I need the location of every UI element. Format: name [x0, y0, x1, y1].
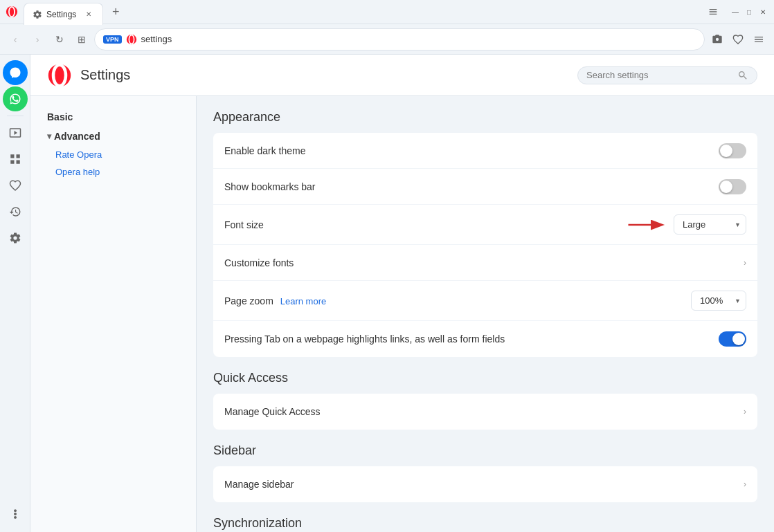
back-button[interactable]: ‹	[6, 30, 25, 49]
font-size-row: Font size Small	[213, 205, 757, 245]
whatsapp-icon[interactable]	[3, 86, 28, 111]
tab-label: Settings	[46, 10, 76, 19]
customize-fonts-chevron: ›	[744, 258, 746, 268]
navbar-right	[708, 30, 768, 49]
manage-sidebar-chevron: ›	[744, 479, 746, 489]
settings-page-title: Settings	[80, 67, 569, 83]
main-menu-button[interactable]	[749, 30, 768, 49]
manage-quick-access-row[interactable]: Manage Quick Access ›	[213, 394, 757, 430]
page-zoom-dropdown-wrapper: 75% 80% 90% 100% 110% 125% 150%	[691, 291, 746, 311]
heart-icon[interactable]	[3, 173, 28, 198]
address-text: settings	[141, 34, 696, 44]
page-zoom-select[interactable]: 75% 80% 90% 100% 110% 125% 150%	[691, 291, 746, 311]
settings-main-content: Appearance Enable dark theme Show bookma…	[197, 96, 774, 532]
dark-theme-row: Enable dark theme	[213, 133, 757, 169]
settings-body: Basic ▾ Advanced Rate Opera Opera help A…	[30, 96, 774, 532]
news-icon[interactable]	[3, 120, 28, 145]
maximize-button[interactable]: □	[744, 6, 755, 17]
manage-quick-access-chevron: ›	[744, 407, 746, 416]
opera-logo-titlebar	[6, 6, 18, 18]
settings-tab[interactable]: Settings ✕	[24, 3, 103, 25]
bookmarks-bar-toggle[interactable]	[719, 179, 746, 194]
bookmarks-bar-row: Show bookmarks bar	[213, 169, 757, 205]
sidebar-advanced[interactable]: ▾ Advanced	[42, 127, 185, 146]
font-size-dropdown-wrapper: Small Medium Large Very Large	[674, 214, 746, 235]
grid-icon[interactable]	[3, 147, 28, 172]
forward-button[interactable]: ›	[28, 30, 47, 49]
font-size-select[interactable]: Small Medium Large Very Large	[674, 214, 746, 235]
tab-close-btn[interactable]: ✕	[83, 9, 94, 20]
search-icon	[737, 70, 748, 81]
favorites-button[interactable]	[728, 30, 748, 49]
navbar: ‹ › ↻ ⊞ VPN settings	[0, 24, 774, 55]
settings-icon[interactable]	[3, 226, 28, 250]
main-layout: ••• Settings Basic ▾ Advanced	[0, 55, 774, 532]
search-input[interactable]	[586, 70, 732, 80]
manage-quick-access-label: Manage Quick Access	[224, 406, 744, 417]
tab-gear-icon	[33, 10, 42, 19]
messenger-icon[interactable]	[3, 60, 28, 85]
manage-sidebar-label: Manage sidebar	[224, 479, 744, 490]
sidebar-basic[interactable]: Basic	[42, 107, 185, 127]
svg-point-4	[48, 64, 71, 86]
quick-access-title: Quick Access	[213, 371, 757, 385]
refresh-button[interactable]: ↻	[50, 30, 69, 49]
dark-theme-label: Enable dark theme	[224, 145, 719, 156]
sidebar-section-card: Manage sidebar ›	[213, 466, 757, 502]
menu-icon-titlebar	[708, 6, 719, 17]
appearance-title: Appearance	[213, 110, 757, 125]
settings-header: Settings	[30, 55, 774, 96]
minimize-button[interactable]: —	[730, 6, 741, 17]
page-zoom-label: Page zoom Learn more	[224, 295, 691, 306]
history-icon[interactable]	[3, 199, 28, 224]
opera-logo	[47, 63, 72, 88]
more-icon[interactable]: •••	[3, 502, 28, 526]
synchronization-title: Synchronization	[213, 516, 757, 531]
view-tabs-button[interactable]: ⊞	[72, 30, 91, 49]
address-bar[interactable]: VPN settings	[94, 28, 705, 51]
search-bar[interactable]	[577, 66, 757, 84]
window-controls: — □ ✕	[708, 6, 768, 17]
quick-access-card: Manage Quick Access ›	[213, 394, 757, 430]
sidebar-opera-help[interactable]: Opera help	[42, 163, 185, 181]
settings-sidebar: Basic ▾ Advanced Rate Opera Opera help	[30, 96, 197, 532]
new-tab-button[interactable]: +	[106, 2, 125, 21]
dark-theme-toggle[interactable]	[719, 143, 746, 158]
vpn-badge: VPN	[103, 35, 122, 44]
bookmarks-bar-label: Show bookmarks bar	[224, 181, 719, 192]
tabs-area: Settings ✕ +	[6, 1, 768, 23]
opera-icon-address	[126, 34, 137, 45]
tab-highlight-toggle[interactable]	[719, 331, 746, 347]
page-zoom-row: Page zoom Learn more 75% 80% 90% 100% 11…	[213, 281, 757, 321]
icon-rail: •••	[0, 55, 30, 532]
svg-point-2	[126, 34, 136, 44]
rail-divider-1	[7, 116, 24, 116]
customize-fonts-row[interactable]: Customize fonts ›	[213, 245, 757, 281]
tab-highlight-row: Pressing Tab on a webpage highlights lin…	[213, 321, 757, 357]
page-zoom-learn-more[interactable]: Learn more	[280, 296, 326, 306]
close-button[interactable]: ✕	[757, 6, 768, 17]
font-size-label: Font size	[224, 219, 627, 230]
manage-sidebar-row[interactable]: Manage sidebar ›	[213, 466, 757, 502]
content-area: Settings Basic ▾ Advanced Rate Opera Ope…	[30, 55, 774, 532]
tab-highlight-label: Pressing Tab on a webpage highlights lin…	[224, 333, 719, 345]
customize-fonts-label: Customize fonts	[224, 257, 744, 268]
titlebar: Settings ✕ + — □ ✕	[0, 0, 774, 24]
camera-button[interactable]	[708, 30, 727, 49]
appearance-card: Enable dark theme Show bookmarks bar Fon…	[213, 133, 757, 357]
sidebar-rate-opera[interactable]: Rate Opera	[42, 146, 185, 163]
svg-point-0	[6, 6, 17, 17]
red-arrow	[627, 215, 668, 235]
sidebar-section-title: Sidebar	[213, 443, 757, 458]
